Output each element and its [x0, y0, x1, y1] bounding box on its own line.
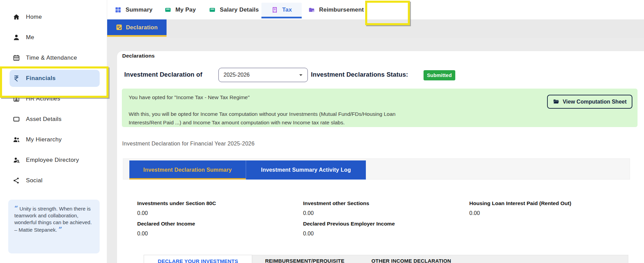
- sub-tab-strip: Declaration: [107, 19, 644, 38]
- view-computation-sheet-button[interactable]: View Computation Sheet: [547, 95, 632, 109]
- badge-person-icon: [13, 95, 20, 103]
- financial-year-title: Investment Declaration for Financial Yea…: [122, 141, 255, 147]
- tab-reimbursement-perquisite[interactable]: REIMBURSEMENT/PERQUISITE: [257, 258, 353, 263]
- field-value: 0.00: [303, 230, 469, 237]
- field-investments-80c: Investments under Section 80C 0.00: [137, 200, 303, 217]
- page-title: Declarations: [122, 53, 155, 59]
- tab-salary-details[interactable]: Salary Details: [209, 0, 259, 19]
- notice-line-1: You have opted for "Income Tax - New Tax…: [129, 93, 250, 102]
- tab-declare-your-investments[interactable]: DECLARE YOUR INVESTMENTS: [144, 255, 252, 263]
- sidebar-item-label: My Hierarchy: [26, 136, 62, 143]
- grid-icon: [115, 6, 121, 13]
- field-label: Housing Loan Interest Paid (Rented Out): [469, 200, 640, 207]
- sidebar-item-label: Home: [26, 14, 42, 20]
- tab-tax-active-underline: [261, 17, 302, 18]
- sidebar-item-hr-activities[interactable]: HR Activities: [0, 89, 107, 109]
- open-quote-icon: “: [14, 204, 18, 212]
- receipt-icon: [271, 6, 278, 13]
- field-declared-other-income: Declared Other Income 0.00: [137, 220, 303, 237]
- summary-tab-strip: Investment Declaration Summary Investmen…: [123, 158, 630, 180]
- tab-label: Investment Declaration Summary: [143, 167, 232, 173]
- tab-summary[interactable]: Summary: [115, 0, 153, 19]
- close-quote-icon: ”: [58, 226, 62, 233]
- summary-fields: Investments under Section 80C 0.00 Inves…: [137, 200, 640, 237]
- tax-regime-notice: You have opted for "Income Tax - New Tax…: [122, 89, 638, 127]
- field-value: 0.00: [469, 210, 640, 217]
- field-value: 0.00: [137, 210, 303, 217]
- tab-label: Declaration: [126, 24, 158, 31]
- field-value: 0.00: [137, 230, 303, 237]
- sidebar-item-social[interactable]: Social: [0, 170, 107, 191]
- tab-declaration-active-underline: [107, 35, 167, 37]
- tab-tax[interactable]: Tax: [261, 3, 302, 17]
- field-label: Declared Other Income: [137, 220, 303, 227]
- field-label: Investments under Section 80C: [137, 200, 303, 207]
- tab-label: Summary: [126, 6, 153, 13]
- sidebar-item-label: HR Activities: [26, 95, 60, 102]
- tab-my-pay[interactable]: My Pay: [164, 0, 196, 19]
- field-declared-previous-employer-income: Declared Previous Employer Income 0.00: [303, 220, 469, 237]
- sidebar-item-time-attendance[interactable]: Time & Attendance: [0, 48, 107, 68]
- sidebar-nav: Home Me Time & Attendance Financials: [0, 7, 107, 191]
- field-label: Declared Previous Employer Income: [303, 220, 469, 227]
- app-window: Home Me Time & Attendance Financials: [0, 0, 644, 263]
- status-badge: Submitted: [424, 70, 455, 80]
- field-housing-loan-interest: Housing Loan Interest Paid (Rented Out) …: [469, 200, 640, 217]
- sidebar-item-me[interactable]: Me: [0, 27, 107, 48]
- tab-label: Tax: [282, 6, 292, 13]
- tab-label: REIMBURSEMENT/PERQUISITE: [265, 258, 344, 263]
- tab-label: My Pay: [175, 6, 196, 13]
- notice-line-2: With this, you will be opted for Income …: [129, 110, 396, 118]
- sidebar-item-home[interactable]: Home: [0, 7, 107, 27]
- rupee-icon: [13, 75, 20, 82]
- calendar-icon: [13, 54, 20, 62]
- chevron-down-icon: [299, 74, 303, 76]
- folder-heart-icon: [308, 6, 315, 13]
- financial-year-dropdown[interactable]: 2025-2026: [218, 68, 308, 82]
- quote-text: Unity is strength. When there is teamwor…: [14, 206, 92, 233]
- tab-label: OTHER INCOME DECLARATION: [371, 258, 451, 263]
- tab-label: Investment Summary Activity Log: [261, 167, 351, 173]
- sidebar-item-label: Me: [26, 34, 34, 41]
- person-search-icon: [13, 156, 20, 164]
- checklist-icon: [116, 24, 123, 31]
- field-label: Investment other Sections: [303, 200, 469, 207]
- sidebar-item-my-hierarchy[interactable]: My Hierarchy: [0, 129, 107, 150]
- sidebar-item-label: Financials: [26, 75, 56, 82]
- sidebar-item-label: Social: [26, 177, 43, 184]
- share-icon: [13, 177, 20, 184]
- tab-other-income-declaration[interactable]: OTHER INCOME DECLARATION: [363, 258, 459, 263]
- tab-label: DECLARE YOUR INVESTMENTS: [158, 258, 238, 263]
- sidebar-item-label: Employee Directory: [26, 157, 79, 164]
- card-icon: [164, 6, 171, 13]
- financial-year-value: 2025-2026: [224, 72, 250, 78]
- page-background: Declarations Investment Declaration of 2…: [107, 38, 644, 263]
- sidebar-item-label: Asset Details: [26, 116, 61, 123]
- folder-open-icon: [553, 98, 559, 105]
- notice-line-3: Interests/Rent Paid ...) and Income Tax …: [129, 118, 345, 127]
- field-investment-other-sections: Investment other Sections 0.00: [303, 200, 469, 217]
- card-icon: [209, 6, 216, 13]
- investment-declaration-of-label: Investment Declaration of: [124, 71, 202, 78]
- tab-reimbursement[interactable]: Reimbursement: [308, 0, 364, 19]
- person-icon: [13, 34, 20, 41]
- sidebar-item-asset-details[interactable]: Asset Details: [0, 109, 107, 129]
- device-icon: [13, 115, 20, 123]
- field-value: 0.00: [303, 210, 469, 217]
- sidebar-item-financials[interactable]: Financials: [0, 68, 107, 89]
- home-icon: [13, 13, 20, 21]
- quote-card: “ Unity is strength. When there is teamw…: [8, 200, 100, 253]
- sidebar: Home Me Time & Attendance Financials: [0, 0, 107, 263]
- tab-label: Salary Details: [220, 6, 259, 13]
- declaration-tab-strip: DECLARE YOUR INVESTMENTS REIMBURSEMENT/P…: [144, 255, 628, 263]
- content-card: Declarations Investment Declaration of 2…: [117, 51, 644, 263]
- top-tab-bar: Summary My Pay Salary Details Tax R: [107, 0, 644, 20]
- sidebar-item-employee-directory[interactable]: Employee Directory: [0, 150, 107, 170]
- declaration-status-label: Investment Declarations Status:: [311, 71, 408, 78]
- tab-investment-declaration-summary[interactable]: Investment Declaration Summary: [129, 160, 246, 180]
- tab-investment-summary-activity-log[interactable]: Investment Summary Activity Log: [246, 160, 366, 180]
- tab-label: Reimbursement: [319, 6, 364, 13]
- tab-declaration[interactable]: Declaration: [107, 19, 167, 35]
- people-icon: [13, 136, 20, 143]
- button-label: View Computation Sheet: [563, 99, 627, 105]
